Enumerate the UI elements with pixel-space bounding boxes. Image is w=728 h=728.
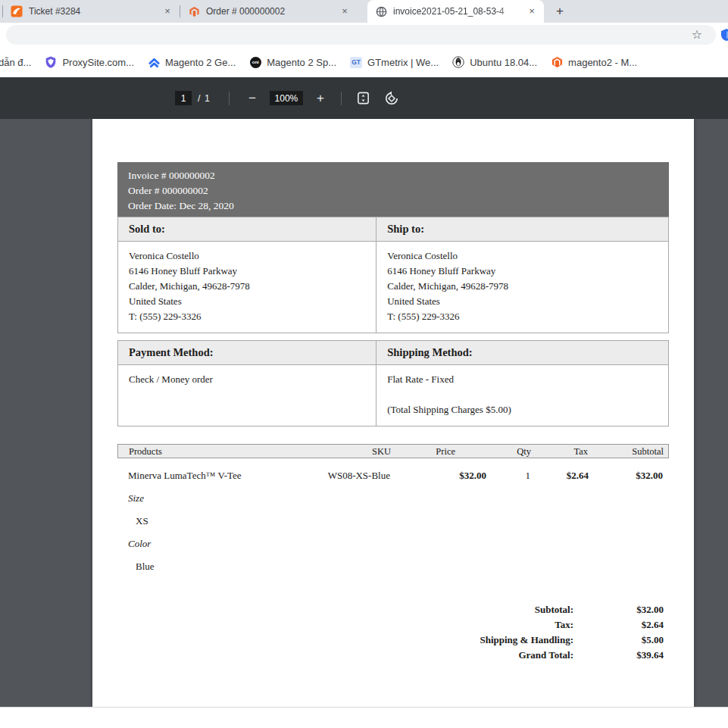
- tab-ticket[interactable]: Ticket #3284 ×: [3, 0, 180, 23]
- address-line: Veronica Costello: [387, 248, 658, 264]
- bookmarks-bar: dẫn đ... ProxySite.com... Magento 2 Ge..…: [0, 47, 728, 77]
- gt-icon: GT: [350, 56, 362, 68]
- option-value-size: XS: [117, 515, 669, 527]
- pdf-toolbar: 1 / 1 − 100% +: [0, 77, 728, 119]
- new-tab-button[interactable]: +: [550, 2, 570, 21]
- fit-to-page-icon[interactable]: [355, 90, 372, 107]
- bookmark-label: GTmetrix | We...: [367, 57, 439, 68]
- tab-invoice-active[interactable]: invoice2021-05-21_08-53-4 ×: [367, 0, 544, 23]
- double-chevron-up-icon: [148, 56, 160, 68]
- bookmark-magento-ge[interactable]: Magento 2 Ge...: [141, 56, 242, 68]
- option-value-color: Blue: [117, 561, 669, 573]
- tab-gap: [357, 0, 367, 23]
- total-value: $5.00: [573, 633, 664, 648]
- pdf-page: Invoice # 000000002 Order # 000000002 Or…: [92, 119, 694, 707]
- bottom-strip: [0, 707, 728, 728]
- bookmark-label: Ubuntu 18.04...: [470, 57, 537, 68]
- oni-icon: oni: [249, 56, 261, 68]
- invoice-header-box: Invoice # 000000002 Order # 000000002 Or…: [117, 162, 669, 217]
- col-tax: Tax: [531, 445, 595, 458]
- bookmark-gtmetrix[interactable]: GT GTmetrix | We...: [343, 56, 445, 68]
- option-label-color: Color: [117, 538, 669, 550]
- total-label: Tax:: [555, 617, 573, 633]
- magento-diamond-icon: [551, 56, 563, 68]
- extension-icon[interactable]: [720, 28, 728, 42]
- order-date: Order Date: Dec 28, 2020: [128, 198, 669, 214]
- col-sku: SKU: [281, 445, 391, 458]
- close-icon[interactable]: ×: [161, 5, 173, 17]
- col-qty: Qty: [493, 445, 531, 458]
- tab-title: Ticket #3284: [29, 6, 155, 17]
- address-line: Calder, Michigan, 49628-7978: [387, 279, 658, 294]
- bookmark-proxysite[interactable]: ProxySite.com...: [38, 56, 141, 68]
- total-label: Shipping & Handling:: [480, 633, 573, 648]
- sold-to-address: Veronica Costello 6146 Honey Bluff Parkw…: [118, 242, 376, 333]
- totals-block: Subtotal: $32.00 Tax: $2.64 Shipping & H…: [117, 602, 669, 663]
- address-line: Calder, Michigan, 49628-7978: [129, 279, 365, 294]
- product-subtotal: $32.00: [595, 470, 669, 482]
- address-line: United States: [387, 294, 658, 309]
- rotate-icon[interactable]: [383, 90, 400, 107]
- sold-to-header: Sold to:: [118, 217, 376, 242]
- globe-icon: [375, 5, 387, 17]
- invoice-document: Invoice # 000000002 Order # 000000002 Or…: [117, 162, 669, 663]
- total-row-tax: Tax: $2.64: [117, 617, 669, 633]
- bookmark-label: Magento 2 Sp...: [267, 57, 336, 68]
- close-icon[interactable]: ×: [526, 5, 538, 17]
- bookmark-label: dẫn đ...: [0, 57, 31, 68]
- zoom-in-button[interactable]: +: [313, 91, 328, 106]
- shipping-charges-note: (Total Shipping Charges $5.00): [387, 402, 658, 417]
- zoom-level-input[interactable]: 100%: [270, 91, 303, 105]
- tab-title: invoice2021-05-21_08-53-4: [393, 6, 520, 17]
- address-line: 6146 Honey Bluff Parkway: [387, 264, 658, 279]
- total-value: $39.64: [573, 648, 664, 663]
- penguin-icon: [452, 56, 464, 68]
- product-sku: WS08-XS-Blue: [280, 470, 390, 482]
- invoice-number: Invoice # 000000002: [128, 168, 669, 183]
- payment-method-value: Check / Money order: [118, 365, 376, 426]
- product-qty: 1: [492, 470, 530, 482]
- col-subtotal: Subtotal: [595, 445, 670, 458]
- total-value: $32.00: [573, 602, 664, 617]
- total-row-grand: Grand Total: $39.64: [117, 648, 669, 663]
- bookmark-star-icon[interactable]: ☆: [692, 29, 702, 41]
- close-icon[interactable]: ×: [339, 5, 351, 17]
- address-table: Sold to: Ship to: Veronica Costello 6146…: [117, 217, 669, 333]
- pdf-viewer-area[interactable]: Invoice # 000000002 Order # 000000002 Or…: [0, 119, 728, 707]
- col-products: Products: [118, 445, 281, 458]
- bookmark-label: magento2 - M...: [568, 57, 637, 68]
- bookmark-label: ProxySite.com...: [62, 57, 134, 68]
- bookmark-label: Magento 2 Ge...: [165, 57, 236, 68]
- url-input[interactable]: ☆: [6, 25, 716, 45]
- bookmark-magento2[interactable]: magento2 - M...: [544, 56, 644, 68]
- tab-bar: Ticket #3284 × Order # 000000002 × invoi…: [0, 0, 728, 23]
- shipping-method-header: Shipping Method:: [376, 341, 668, 365]
- products-table-header: Products SKU Price Qty Tax Subtotal: [117, 444, 669, 458]
- zoom-out-button[interactable]: −: [245, 91, 260, 106]
- total-row-subtotal: Subtotal: $32.00: [117, 602, 669, 617]
- address-bar-row: ☆: [0, 23, 728, 47]
- ship-to-header: Ship to:: [376, 217, 668, 242]
- bookmark-ubuntu[interactable]: Ubuntu 18.04...: [445, 56, 544, 68]
- tab-order[interactable]: Order # 000000002 ×: [180, 0, 357, 23]
- page-number-input[interactable]: 1: [175, 91, 192, 105]
- bookmark-dan[interactable]: dẫn đ...: [0, 57, 38, 68]
- address-line: Veronica Costello: [129, 248, 365, 264]
- total-label: Subtotal:: [535, 602, 573, 617]
- toolbar-divider: [229, 92, 230, 105]
- ticket-app-icon: [11, 5, 23, 17]
- bookmark-magento-sp[interactable]: oni Magento 2 Sp...: [242, 56, 343, 68]
- payment-method-header: Payment Method:: [118, 341, 376, 365]
- shield-icon: [45, 56, 57, 68]
- product-price: $32.00: [390, 470, 492, 482]
- shipping-method-cell: Flat Rate - Fixed (Total Shipping Charge…: [376, 365, 668, 426]
- toolbar-divider: [341, 92, 342, 105]
- product-row: Minerva LumaTech™ V-Tee WS08-XS-Blue $32…: [117, 470, 669, 482]
- address-line: T: (555) 229-3326: [129, 309, 365, 324]
- shipping-method-value: Flat Rate - Fixed: [387, 372, 658, 387]
- ship-to-address: Veronica Costello 6146 Honey Bluff Parkw…: [376, 242, 668, 333]
- page-count-label: / 1: [198, 93, 211, 104]
- order-number: Order # 000000002: [128, 183, 669, 198]
- tab-title: Order # 000000002: [206, 6, 333, 17]
- address-line: 6146 Honey Bluff Parkway: [129, 264, 365, 279]
